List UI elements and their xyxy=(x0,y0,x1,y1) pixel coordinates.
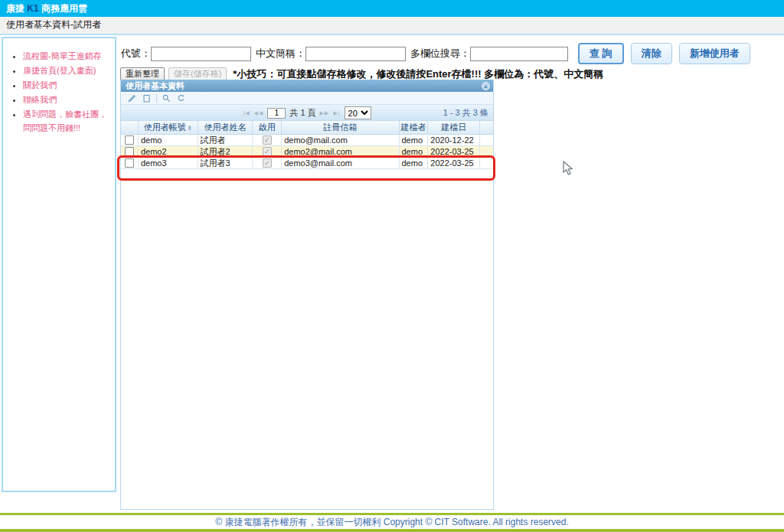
save-cell-button[interactable]: 儲存(儲存格) xyxy=(168,67,227,81)
brand-prefix: 康捷 xyxy=(6,3,24,14)
email-cell[interactable]: demo3@mail.com xyxy=(282,158,399,169)
enabled-checkbox-checked: ✓ xyxy=(263,147,272,156)
column-header-label: 使用者姓名 xyxy=(204,122,246,133)
brand-k1: K1 xyxy=(27,3,38,14)
sidebar-link-home[interactable]: 康捷首頁(登入畫面) xyxy=(23,66,96,75)
add-user-button[interactable]: 新增使用者 xyxy=(679,43,750,64)
sidebar-link-about[interactable]: 關於我們 xyxy=(23,80,57,90)
pager-prev-icon[interactable]: ◀◀ xyxy=(254,110,264,116)
code-input[interactable] xyxy=(151,47,251,61)
creator-cell[interactable]: demo xyxy=(400,158,429,169)
creator-cell[interactable]: demo xyxy=(400,146,429,158)
grid-pager: |◀ ◀◀ 共 1 頁 ▶▶ ▶| 20 1 - 3 共 3 條 xyxy=(121,105,493,121)
multi-search-input[interactable] xyxy=(470,47,568,61)
creator-cell[interactable]: demo xyxy=(400,135,429,146)
select-all-header[interactable] xyxy=(121,121,139,134)
sidebar-link-contact[interactable]: 聯絡我們 xyxy=(23,95,57,104)
multi-search-label: 多欄位搜尋： xyxy=(410,47,470,60)
sidebar-link-facebook-group[interactable]: 遇到問題，臉書社團，問問題不用錢!!! xyxy=(23,109,107,132)
row-cell xyxy=(121,146,139,158)
panel-title: 使用者基本資料 xyxy=(126,80,185,92)
created-date-cell[interactable]: 2022-03-25 xyxy=(428,146,480,158)
column-header-account[interactable]: 使用者帳號 ▲▼ xyxy=(139,121,198,134)
created-date-cell[interactable]: 2022-03-25 xyxy=(428,158,480,169)
name-cell[interactable]: 試用者2 xyxy=(198,146,253,158)
pager-page-input[interactable] xyxy=(267,108,286,119)
search-icon[interactable] xyxy=(162,94,171,103)
enabled-cell: ✓ xyxy=(253,146,282,158)
app-titlebar: 康捷 K1 商務應用雲 xyxy=(0,0,784,17)
email-cell[interactable]: demo@mail.com xyxy=(282,135,399,146)
document-icon[interactable] xyxy=(142,94,151,103)
clear-button[interactable]: 清除 xyxy=(631,43,672,64)
enabled-cell: ✓ xyxy=(253,158,282,169)
account-cell[interactable]: demo3 xyxy=(139,158,198,169)
table-row: demo2 試用者2 ✓ demo2@mail.com demo 2022-03… xyxy=(121,146,493,158)
record-count-label: 1 - 3 共 3 條 xyxy=(443,105,488,121)
app-window: 康捷 K1 商務應用雲 使用者基本資料-試用者 流程圖-簡單王進銷存 康捷首頁(… xyxy=(0,0,784,532)
pager-first-icon[interactable]: |◀ xyxy=(243,110,250,116)
enabled-checkbox-checked: ✓ xyxy=(263,158,272,168)
collapse-panel-icon[interactable]: ▲ xyxy=(482,82,490,90)
brand-suffix: 商務應用雲 xyxy=(41,3,87,14)
row-checkbox[interactable] xyxy=(125,158,134,168)
sidebar: 流程圖-簡單王進銷存 康捷首頁(登入畫面) 關於我們 聯絡我們 遇到問題，臉書社… xyxy=(2,37,116,492)
account-cell[interactable]: demo xyxy=(139,135,198,146)
sort-icon[interactable]: ▲▼ xyxy=(188,125,192,131)
row-checkbox[interactable] xyxy=(125,147,134,156)
page-title: 使用者基本資料-試用者 xyxy=(6,19,101,30)
name-cell[interactable]: 試用者 xyxy=(198,135,253,146)
row-checkbox[interactable] xyxy=(125,135,134,145)
sidebar-link-list: 流程圖-簡單王進銷存 康捷首頁(登入畫面) 關於我們 聯絡我們 遇到問題，臉書社… xyxy=(23,49,115,135)
column-header-creator[interactable]: 建檔者 xyxy=(400,121,429,134)
column-header-enabled[interactable]: 啟用 xyxy=(253,121,282,134)
user-grid-panel: 使用者基本資料 ▲ |◀ ◀◀ xyxy=(120,80,494,510)
cname-input[interactable] xyxy=(305,47,406,61)
created-date-cell[interactable]: 2020-12-22 xyxy=(428,135,480,146)
breadcrumb-bar: 使用者基本資料-試用者 xyxy=(0,17,784,35)
table-row-highlighted: demo3 試用者3 ✓ demo3@mail.com demo 2022-03… xyxy=(121,158,493,169)
filler-cell xyxy=(480,135,493,146)
code-label: 代號： xyxy=(121,47,151,60)
email-cell[interactable]: demo2@mail.com xyxy=(282,146,399,158)
row-cell xyxy=(121,158,139,169)
sidebar-item: 關於我們 xyxy=(23,78,115,92)
panel-header: 使用者基本資料 ▲ xyxy=(121,80,493,92)
edit-icon[interactable] xyxy=(128,94,136,103)
pager-next-icon[interactable]: ▶▶ xyxy=(320,110,330,116)
search-bar: 代號： 中文簡稱： 多欄位搜尋： 查 詢 清除 新增使用者 xyxy=(121,42,750,65)
reload-button[interactable]: 重新整理 xyxy=(120,67,165,81)
row-cell xyxy=(121,135,139,146)
column-header-filler xyxy=(480,121,493,134)
name-cell[interactable]: 試用者3 xyxy=(198,158,253,169)
sidebar-item: 流程圖-簡單王進銷存 xyxy=(23,49,115,63)
filler-cell xyxy=(480,146,493,158)
app-title: 康捷 K1 商務應用雲 xyxy=(6,3,87,14)
sidebar-item: 康捷首頁(登入畫面) xyxy=(23,64,115,77)
pager-total-pages: 共 1 頁 xyxy=(289,107,315,119)
account-cell[interactable]: demo2 xyxy=(139,146,198,158)
column-header-email[interactable]: 註冊信箱 xyxy=(282,121,399,134)
copyright-text: © 康捷電腦著作權所有，並保留一切權利 Copyright © CIT Soft… xyxy=(215,517,569,527)
enabled-checkbox-checked: ✓ xyxy=(263,135,272,145)
table-row: demo 試用者 ✓ demo@mail.com demo 2020-12-22 xyxy=(121,135,493,146)
mouse-cursor xyxy=(563,161,573,176)
enabled-cell: ✓ xyxy=(253,135,282,146)
page-size-select[interactable]: 20 xyxy=(345,106,371,119)
pager-last-icon[interactable]: ▶| xyxy=(333,110,340,116)
toolbar-divider xyxy=(156,94,157,103)
sidebar-link-flowchart[interactable]: 流程圖-簡單王進銷存 xyxy=(23,51,102,60)
grid-toolbar xyxy=(121,92,493,105)
column-header-label: 建檔日 xyxy=(441,122,466,133)
refresh-icon[interactable] xyxy=(177,94,185,103)
column-header-label: 啟用 xyxy=(259,122,276,133)
column-header-label: 註冊信箱 xyxy=(323,122,357,133)
column-header-label: 使用者帳號 xyxy=(144,122,186,133)
query-button[interactable]: 查 詢 xyxy=(578,43,624,64)
cname-label: 中文簡稱： xyxy=(256,47,305,60)
grid-header-row: 使用者帳號 ▲▼ 使用者姓名 啟用 註冊信箱 建檔者 建檔日 xyxy=(121,121,493,135)
sidebar-item: 聯絡我們 xyxy=(23,93,115,106)
pager-controls: |◀ ◀◀ 共 1 頁 ▶▶ ▶| 20 xyxy=(121,105,493,121)
column-header-name[interactable]: 使用者姓名 xyxy=(198,121,253,134)
column-header-created[interactable]: 建檔日 xyxy=(428,121,480,134)
